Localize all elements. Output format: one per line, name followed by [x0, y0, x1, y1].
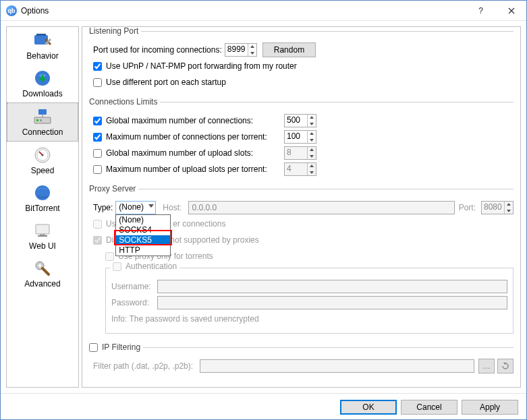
global-max-upload-label[interactable]: Global maximum number of upload slots: — [106, 148, 281, 158]
app-icon: qb — [6, 5, 17, 16]
proxy-option-none[interactable]: (None) — [116, 215, 170, 225]
auth-password-input — [157, 296, 507, 309]
random-button[interactable]: Random — [262, 42, 316, 57]
sidebar-item-label: Speed — [7, 166, 78, 175]
global-max-conn-checkbox[interactable] — [93, 117, 102, 125]
chevron-down-icon — [148, 204, 154, 208]
proxy-port-label: Port: — [459, 203, 476, 212]
group-title: Proxy Server — [86, 184, 138, 193]
sidebar-item-advanced[interactable]: Advanced — [7, 255, 78, 293]
sidebar-item-bittorrent[interactable]: BitTorrent — [7, 179, 78, 217]
behavior-icon — [33, 31, 52, 50]
group-authentication: Authentication Username: Password: Info:… — [105, 268, 514, 334]
sidebar-item-downloads[interactable]: Downloads — [7, 65, 78, 102]
downloads-icon — [33, 69, 52, 88]
proxy-host-input — [188, 201, 454, 214]
group-listening-port: Listening Port Port used for incoming co… — [89, 31, 514, 95]
apply-button[interactable]: Apply — [462, 400, 518, 415]
close-icon — [508, 7, 515, 14]
group-title: Listening Port — [86, 26, 141, 36]
auth-username-label: Username: — [111, 282, 155, 291]
proxy-peer-checkbox — [93, 220, 102, 229]
auth-username-input — [157, 280, 507, 293]
max-upload-torrent-checkbox[interactable] — [93, 165, 102, 174]
advanced-icon — [33, 259, 52, 278]
options-window: qb Options ? Behavior Downloads Connecti… — [0, 0, 527, 420]
close-button[interactable] — [496, 1, 526, 21]
svg-rect-11 — [36, 224, 49, 234]
speed-icon — [33, 146, 52, 164]
proxy-port-input: 8080 — [481, 201, 514, 214]
svg-rect-1 — [36, 34, 46, 36]
port-input[interactable]: 8999 — [225, 43, 257, 57]
auth-password-label: Password: — [111, 298, 155, 307]
proxy-disable-checkbox — [93, 236, 102, 245]
global-max-upload-input: 8 — [284, 146, 316, 160]
svg-rect-12 — [40, 234, 45, 235]
group-title: Connections Limits — [86, 97, 160, 107]
sidebar-item-label: Behavior — [7, 51, 78, 61]
window-title: Options — [21, 6, 466, 16]
proxy-disable-label-end: not supported by proxies — [170, 235, 258, 245]
group-proxy-server: Proxy Server Type: (None) (None) SOCKS4 … — [89, 189, 514, 340]
ipfilter-checkbox[interactable] — [89, 343, 98, 352]
max-upload-torrent-input: 4 — [284, 162, 316, 176]
svg-rect-6 — [40, 119, 42, 121]
reload-icon — [501, 362, 509, 370]
svg-point-9 — [42, 154, 44, 156]
global-max-upload-checkbox[interactable] — [93, 149, 102, 158]
sidebar-item-speed[interactable]: Speed — [7, 142, 78, 179]
upnp-label[interactable]: Use UPnP / NAT-PMP port forwarding from … — [106, 61, 297, 71]
diffport-checkbox[interactable] — [93, 78, 102, 87]
sidebar-item-label: Downloads — [7, 89, 78, 98]
connection-icon — [33, 107, 52, 126]
proxy-option-http[interactable]: HTTP — [116, 245, 170, 256]
webui-icon — [33, 221, 52, 240]
auth-title: Authentication — [126, 262, 177, 271]
sidebar-item-connection[interactable]: Connection — [7, 102, 78, 142]
port-label: Port used for incoming connections: — [93, 45, 222, 55]
global-max-conn-input[interactable]: 500 — [284, 114, 316, 127]
cancel-button[interactable]: Cancel — [401, 400, 457, 415]
group-ip-filtering: IP Filtering Filter path (.dat, .p2p, .p… — [89, 347, 514, 379]
proxy-type-select[interactable]: (None) (None) SOCKS4 SOCKS5 HTTP — [115, 201, 156, 214]
sidebar-item-label: Web UI — [7, 241, 78, 251]
proxy-peer-label-end: er connections — [173, 219, 225, 229]
sidebar-item-behavior[interactable]: Behavior — [7, 27, 78, 65]
group-connections-limits: Connections Limits Global maximum number… — [89, 102, 514, 182]
help-button[interactable]: ? — [466, 1, 496, 21]
reload-button — [497, 359, 514, 373]
proxy-host-label: Host: — [163, 203, 182, 212]
bittorrent-icon — [33, 183, 52, 202]
titlebar: qb Options ? — [1, 1, 526, 21]
proxy-type-label: Type: — [93, 203, 113, 212]
dialog-footer: OK Cancel Apply — [1, 393, 526, 420]
svg-point-10 — [35, 185, 50, 200]
browse-button: … — [478, 359, 495, 373]
proxy-torrents-only-checkbox — [105, 252, 114, 261]
max-conn-torrent-checkbox[interactable] — [93, 133, 102, 142]
filter-path-label: Filter path (.dat, .p2p, .p2b): — [93, 361, 193, 371]
ok-button[interactable]: OK — [340, 400, 397, 415]
global-max-conn-label[interactable]: Global maximum number of connections: — [106, 116, 281, 125]
proxy-option-socks5[interactable]: SOCKS5 — [116, 235, 170, 245]
sidebar: Behavior Downloads Connection Speed BitT… — [6, 26, 79, 388]
sidebar-item-label: Connection — [7, 127, 78, 137]
svg-point-15 — [38, 264, 41, 267]
sidebar-item-label: BitTorrent — [7, 204, 78, 213]
auth-info: Info: The password is saved unencrypted — [111, 314, 259, 324]
upnp-checkbox[interactable] — [93, 62, 102, 71]
svg-rect-13 — [38, 235, 47, 237]
content-pane: Listening Port Port used for incoming co… — [82, 26, 521, 388]
group-title: IP Filtering — [86, 342, 143, 352]
max-conn-torrent-label[interactable]: Maximum number of connections per torren… — [106, 132, 281, 142]
proxy-type-dropdown[interactable]: (None) SOCKS4 SOCKS5 HTTP — [115, 214, 171, 256]
svg-rect-5 — [36, 119, 38, 121]
sidebar-item-webui[interactable]: Web UI — [7, 217, 78, 255]
proxy-option-socks4[interactable]: SOCKS4 — [116, 225, 170, 235]
max-conn-torrent-input[interactable]: 100 — [284, 130, 316, 144]
svg-rect-3 — [38, 109, 47, 115]
max-upload-torrent-label[interactable]: Maximum number of upload slots per torre… — [106, 164, 281, 174]
diffport-label[interactable]: Use different port on each startup — [106, 78, 226, 87]
auth-checkbox — [113, 262, 121, 271]
